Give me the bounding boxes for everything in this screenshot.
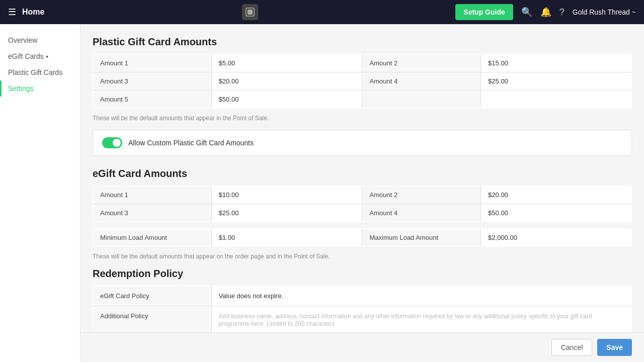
plastic-amount1-value: $5.00 <box>211 54 362 72</box>
plastic-amount1-label: Amount 1 <box>93 54 212 72</box>
max-load-value: $2,000.00 <box>481 229 632 247</box>
sidebar-item-plastic-gift-cards[interactable]: Plastic Gift Cards <box>0 64 80 80</box>
table-row: Amount 3 $20.00 Amount 4 $25.00 <box>93 72 632 90</box>
table-row: Amount 1 $10.00 Amount 2 $20.00 <box>93 186 632 204</box>
topbar-title: Home <box>22 8 44 17</box>
plastic-helper-text: These will be the default amounts that a… <box>93 115 632 122</box>
redemption-policy-table: eGift Card Policy Value does not expire.… <box>93 286 632 334</box>
chevron-down-icon: ▾ <box>46 54 48 59</box>
sidebar-item-settings[interactable]: Settings <box>0 80 80 97</box>
custom-amounts-label: Allow Custom Plastic Gift Card Amounts <box>128 139 254 147</box>
additional-policy-label: Additional Policy <box>93 306 212 334</box>
egift-amount2-value: $20.00 <box>481 186 632 204</box>
menu-icon[interactable]: ☰ <box>8 7 16 18</box>
custom-amounts-toggle[interactable] <box>102 137 122 148</box>
table-row: Additional Policy Add business name, add… <box>93 306 632 334</box>
egift-amount4-label: Amount 4 <box>362 204 481 222</box>
save-button[interactable]: Save <box>597 339 632 356</box>
plastic-amount5-value: $50.00 <box>211 90 362 109</box>
egift-amount3-value: $25.00 <box>211 204 362 222</box>
sidebar-item-overview[interactable]: Overview <box>0 32 80 48</box>
square-logo-icon <box>242 4 258 20</box>
egift-card-title: eGift Card Amounts <box>93 168 632 179</box>
sidebar-item-settings-label: Settings <box>8 84 34 93</box>
egift-amount1-value: $10.00 <box>211 186 362 204</box>
topbar: ☰ Home Setup Guide 🔍 🔔 ? Gold Rush Threa… <box>0 0 644 24</box>
setup-guide-button[interactable]: Setup Guide <box>455 4 513 20</box>
topbar-center <box>242 4 258 20</box>
cancel-button[interactable]: Cancel <box>551 339 593 356</box>
table-row: Amount 1 $5.00 Amount 2 $15.00 <box>93 54 632 72</box>
plastic-amount5-label: Amount 5 <box>93 90 212 109</box>
sidebar-item-egift-cards[interactable]: eGift Cards ▾ <box>0 48 80 64</box>
egift-policy-value: Value does not expire. <box>211 286 631 306</box>
load-amounts-table: Minimum Load Amount $1.00 Maximum Load A… <box>93 228 632 247</box>
table-row: Minimum Load Amount $1.00 Maximum Load A… <box>93 229 632 247</box>
svg-rect-1 <box>248 10 253 15</box>
plastic-amounts-table: Amount 1 $5.00 Amount 2 $15.00 Amount 3 … <box>93 54 632 109</box>
plastic-amount2-label: Amount 2 <box>362 54 481 72</box>
sidebar-item-overview-label: Overview <box>8 36 37 44</box>
table-row: eGift Card Policy Value does not expire. <box>93 286 632 306</box>
layout: Overview eGift Cards ▾ Plastic Gift Card… <box>0 24 644 362</box>
egift-amount4-value: $50.00 <box>481 204 632 222</box>
plastic-amount3-value: $20.00 <box>211 72 362 90</box>
egift-policy-label: eGift Card Policy <box>93 286 212 306</box>
additional-policy-cell: Add business name, address, contact info… <box>211 306 631 334</box>
min-load-label: Minimum Load Amount <box>93 229 212 247</box>
additional-policy-placeholder: Add business name, address, contact info… <box>219 313 592 327</box>
plastic-amount4-value: $25.00 <box>481 72 632 90</box>
store-name[interactable]: Gold Rush Thread ~ <box>573 8 636 16</box>
custom-amounts-toggle-row: Allow Custom Plastic Gift Card Amounts <box>93 130 632 156</box>
plastic-amount2-value: $15.00 <box>481 54 632 72</box>
max-load-label: Maximum Load Amount <box>362 229 481 247</box>
egift-helper-text: These will be the default amounts that a… <box>93 253 632 260</box>
topbar-right: Setup Guide 🔍 🔔 ? Gold Rush Thread ~ <box>455 4 636 20</box>
sidebar-item-plastic-label: Plastic Gift Cards <box>8 68 62 76</box>
egift-amount3-label: Amount 3 <box>93 204 212 222</box>
topbar-left: ☰ Home <box>8 7 44 18</box>
plastic-amount6-label <box>362 90 481 109</box>
egift-amounts-table: Amount 1 $10.00 Amount 2 $20.00 Amount 3… <box>93 186 632 222</box>
table-row: Amount 5 $50.00 <box>93 90 632 109</box>
plastic-amount3-label: Amount 3 <box>93 72 212 90</box>
egift-amount1-label: Amount 1 <box>93 186 212 204</box>
min-load-value: $1.00 <box>211 229 362 247</box>
redemption-policy-title: Redemption Policy <box>93 268 632 280</box>
table-row: Amount 3 $25.00 Amount 4 $50.00 <box>93 204 632 222</box>
plastic-amount6-value <box>481 90 632 109</box>
sidebar: Overview eGift Cards ▾ Plastic Gift Card… <box>0 24 80 362</box>
main-content: Plastic Gift Card Amounts Amount 1 $5.00… <box>80 24 644 362</box>
plastic-amount4-label: Amount 4 <box>362 72 481 90</box>
sidebar-item-egift-cards-label: eGift Cards <box>8 52 44 60</box>
plastic-gift-card-title: Plastic Gift Card Amounts <box>93 36 632 48</box>
notifications-icon[interactable]: 🔔 <box>540 7 551 18</box>
bottom-bar: Cancel Save <box>80 332 644 362</box>
help-icon[interactable]: ? <box>559 7 565 18</box>
egift-amount2-label: Amount 2 <box>362 186 481 204</box>
search-icon[interactable]: 🔍 <box>521 7 532 18</box>
